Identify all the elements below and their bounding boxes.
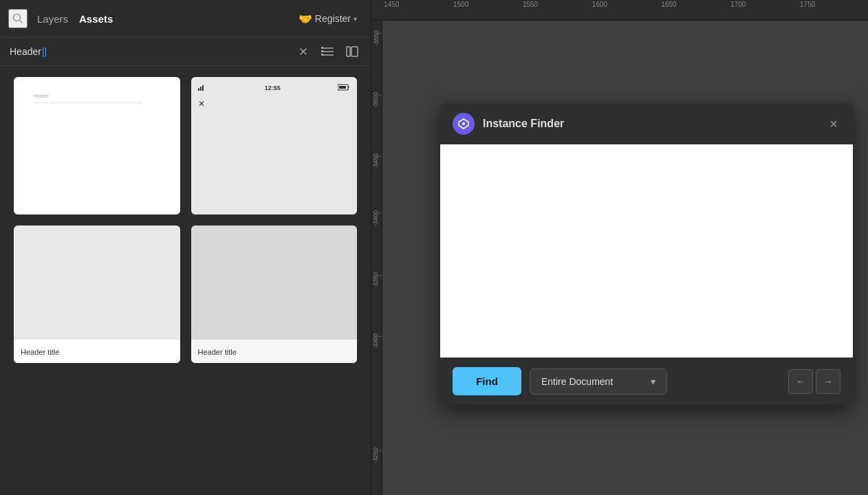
dialog-body[interactable] <box>440 144 853 358</box>
nav-buttons: ← → <box>788 369 840 394</box>
dialog-header: Instance Finder × <box>440 103 853 144</box>
left-panel: Layers Assets 🤝 Register ▾ Header| <box>0 0 371 495</box>
asset-preview-2: 12:55 ✕ <box>191 77 358 214</box>
asset-preview-4: Header title <box>191 226 358 363</box>
signal-icon <box>198 84 208 92</box>
dialog-close-button[interactable]: × <box>827 113 840 135</box>
register-button[interactable]: 🤝 Register ▾ <box>293 10 362 28</box>
tab-assets[interactable]: Assets <box>78 10 114 28</box>
card3-title: Header title <box>21 348 59 356</box>
svg-rect-12 <box>198 88 199 91</box>
ruler-left: -3550 -3500 -3450 -3400 -3350 -3300 -325… <box>371 21 382 495</box>
tab-layers[interactable]: Layers <box>36 10 69 28</box>
tabs-bar: Layers Assets 🤝 Register ▾ <box>0 0 371 38</box>
svg-line-1 <box>20 21 23 23</box>
search-bar: Header| <box>0 38 371 66</box>
search-input[interactable]: Header| <box>10 46 290 57</box>
svg-rect-11 <box>351 47 358 56</box>
register-label: Register <box>315 13 351 24</box>
search-actions <box>295 45 361 58</box>
scope-dropdown[interactable]: Entire Document ▾ <box>530 368 667 395</box>
svg-rect-16 <box>339 86 346 89</box>
nav-prev-button[interactable]: ← <box>788 369 813 394</box>
asset-preview-3: Header title <box>14 226 180 363</box>
assets-grid: Header 12:55 <box>0 66 371 495</box>
asset-card-3[interactable]: Header title <box>14 226 180 363</box>
svg-rect-9 <box>321 54 323 56</box>
asset-preview-1: Header <box>14 77 180 214</box>
nav-next-button[interactable]: → <box>816 369 840 394</box>
card4-title: Header title <box>198 348 237 356</box>
svg-rect-14 <box>202 85 204 91</box>
chevron-down-icon: ▾ <box>651 376 655 387</box>
dialog-title: Instance Finder <box>483 118 818 130</box>
library-button[interactable] <box>343 45 361 58</box>
svg-rect-8 <box>321 50 323 52</box>
dialog-footer: Find Entire Document ▾ ← → <box>440 358 853 405</box>
instance-finder-dialog: Instance Finder × Find Entire Document ▾… <box>440 103 853 405</box>
svg-rect-7 <box>321 47 323 49</box>
clear-search-button[interactable] <box>295 45 312 58</box>
search-icon-button[interactable] <box>8 9 28 28</box>
ruler-top: 1450 1500 1550 1600 1650 1700 1750 <box>371 0 868 21</box>
canvas-area: -3550 -3500 -3450 -3400 -3350 -3300 -325… <box>371 21 868 495</box>
register-emoji: 🤝 <box>299 12 312 25</box>
svg-point-19 <box>462 122 465 125</box>
chevron-down-icon: ▾ <box>354 15 357 23</box>
battery-icon <box>338 84 350 92</box>
find-button[interactable]: Find <box>453 367 521 395</box>
asset-card-1[interactable]: Header <box>14 77 180 214</box>
right-panel: 1450 1500 1550 1600 1650 1700 1750 -3550… <box>371 0 868 495</box>
svg-rect-10 <box>347 47 350 56</box>
search-value: Header <box>10 46 41 57</box>
list-view-button[interactable] <box>318 45 336 58</box>
mobile-time: 12:55 <box>265 85 281 91</box>
asset-card-2[interactable]: 12:55 ✕ <box>191 77 358 214</box>
dialog-icon <box>453 113 475 135</box>
svg-rect-13 <box>200 87 202 91</box>
asset-card-4[interactable]: Header title <box>191 226 358 363</box>
scope-label: Entire Document <box>541 376 613 387</box>
